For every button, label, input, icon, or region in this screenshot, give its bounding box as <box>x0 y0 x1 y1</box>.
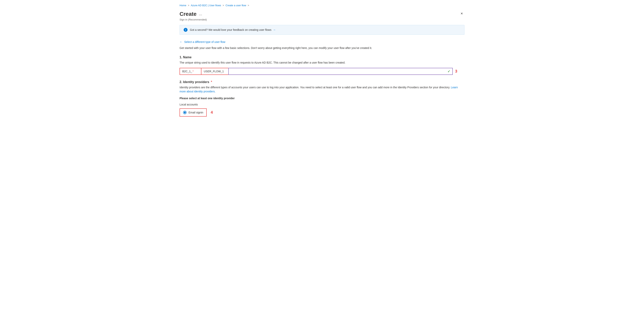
breadcrumb: Home > Azure AD B2C | User flows > Creat… <box>180 4 464 7</box>
annotation-3: 3 <box>455 69 457 73</box>
page-subtitle: Sign in (Recommended) <box>180 18 464 21</box>
prefix-required: * <box>192 70 194 73</box>
info-banner-content: Got a second? We would love your feedbac… <box>190 28 276 31</box>
ellipsis-menu[interactable]: ... <box>199 12 202 16</box>
page-title: Create <box>180 11 196 17</box>
breadcrumb-home[interactable]: Home <box>180 4 186 7</box>
section-identity-title: 2. Identity providers * <box>180 80 464 84</box>
breadcrumb-sep-2: > <box>223 4 224 7</box>
breadcrumb-user-flows[interactable]: Azure AD B2C | User flows <box>191 4 221 7</box>
info-banner-text: Got a second? We would love your feedbac… <box>190 28 272 31</box>
identity-description-text: Identity providers are the different typ… <box>180 86 450 89</box>
close-button[interactable]: × <box>459 11 464 16</box>
please-select-text: Please select at least one identity prov… <box>180 97 464 100</box>
name-input-row: B2C_1_ * USER_FLOW_1 ✓ 3 <box>180 68 464 75</box>
section-identity-title-text: 2. Identity providers <box>180 80 209 84</box>
info-banner-link[interactable]: → <box>273 28 276 31</box>
breadcrumb-create-user-flow: Create a user flow <box>226 4 246 7</box>
prefix-box: B2C_1_ * <box>180 68 201 75</box>
description-text: Get started with your user flow with a f… <box>180 46 464 50</box>
back-arrow-icon: ← <box>180 40 183 44</box>
name-input-field[interactable] <box>228 68 453 75</box>
page-header: Create ... × <box>180 11 464 17</box>
email-signin-option[interactable]: Email signin <box>180 108 207 117</box>
name-input-group: B2C_1_ * USER_FLOW_1 ✓ <box>180 68 453 75</box>
select-type-label: Select a different type of user flow <box>184 40 226 43</box>
local-accounts-label: Local accounts <box>180 103 464 106</box>
radio-circle <box>183 111 186 114</box>
page-header-left: Create ... <box>180 11 202 17</box>
email-signin-label: Email signin <box>188 111 203 114</box>
section-name-title: 1. Name <box>180 55 464 59</box>
info-icon: i <box>184 28 188 32</box>
section-identity-description: Identity providers are the different typ… <box>180 85 464 94</box>
annotation-4: 4 <box>210 110 213 115</box>
page-container: Home > Azure AD B2C | User flows > Creat… <box>172 0 472 126</box>
check-icon: ✓ <box>448 69 450 73</box>
breadcrumb-sep-3: > <box>248 4 249 7</box>
prefix-label: B2C_1_ <box>182 70 192 73</box>
name-input-display: USER_FLOW_1 <box>204 70 224 73</box>
select-type-link[interactable]: ← Select a different type of user flow <box>180 40 464 44</box>
name-input-inner-box: USER_FLOW_1 <box>201 68 228 75</box>
section-name: 1. Name The unique string used to identi… <box>180 55 464 75</box>
identity-required-star: * <box>211 80 212 84</box>
section-name-description: The unique string used to identify this … <box>180 61 464 65</box>
breadcrumb-sep-1: > <box>188 4 189 7</box>
info-banner: i Got a second? We would love your feedb… <box>180 25 464 35</box>
radio-option-wrapper: Email signin 4 <box>180 108 464 117</box>
radio-circle-inner <box>184 111 186 113</box>
section-identity: 2. Identity providers * Identity provide… <box>180 80 464 117</box>
